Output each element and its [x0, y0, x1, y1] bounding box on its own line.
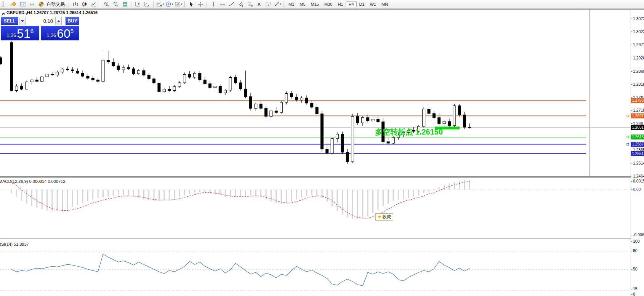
vertical-line-icon[interactable] — [209, 0, 218, 8]
trendline-icon[interactable] — [227, 0, 236, 8]
timeframe-button-m5[interactable]: M5 — [297, 1, 308, 7]
text-label-icon[interactable]: T — [264, 0, 273, 8]
macd-indicator-label: MACD(12,26,9) 0.000814 0.000712 — [0, 179, 65, 184]
candle-body — [26, 82, 28, 89]
tile-windows-icon[interactable] — [120, 0, 130, 8]
sell-button[interactable]: SELL — [1, 17, 18, 25]
candle-body — [51, 74, 53, 75]
candle-body — [428, 109, 430, 114]
auto-trading-label[interactable]: 自动交易 — [46, 1, 65, 8]
axis-tick-label: 1.2920 — [633, 56, 644, 60]
candle-body — [10, 43, 13, 91]
candle-body — [132, 69, 135, 74]
signal-icon[interactable] — [27, 0, 37, 8]
triangle-up-icon — [57, 20, 60, 22]
trade-panel-prices: 1.26 51 6 1.26 60 5 — [1, 26, 79, 40]
candle-body — [143, 70, 145, 75]
auto-trading-icon[interactable] — [37, 0, 46, 8]
volume-input[interactable] — [26, 17, 55, 25]
candle-body — [219, 86, 221, 93]
macd-pane: 0.001540.00-0.0066MACD(12,26,9) 0.000814… — [0, 179, 644, 237]
candle-body — [376, 119, 379, 122]
chart-shift-icon[interactable] — [133, 0, 143, 8]
timeframe-button-mn[interactable]: MN — [379, 1, 391, 7]
candle-body — [244, 89, 247, 96]
horizontal-line-icon[interactable] — [218, 0, 227, 8]
toolbar-separator — [69, 1, 69, 7]
buy-price-button[interactable]: 1.26 60 5 — [41, 26, 79, 40]
periods-icon[interactable]: ▾ — [165, 0, 174, 8]
cursor-icon[interactable] — [187, 0, 196, 8]
candle-body — [224, 90, 227, 93]
candle-body — [0, 58, 2, 64]
candle-body — [270, 111, 272, 116]
line-endpoint-marker[interactable] — [627, 143, 629, 145]
candle-body — [316, 107, 318, 114]
one-click-trading-panel: SELL BUY 1.26 51 6 1.26 60 5 — [1, 17, 79, 40]
timeframe-button-w1[interactable]: W1 — [367, 1, 379, 7]
arrows-icon[interactable]: ▾ — [273, 0, 282, 8]
dropdown-caret-icon[interactable]: ▾ — [172, 3, 173, 6]
triangle-down-icon — [21, 20, 24, 22]
candle-body — [56, 72, 59, 75]
candle-body — [173, 86, 176, 90]
volume-decrease-button[interactable] — [19, 17, 26, 25]
candle-chart-icon[interactable] — [80, 0, 89, 8]
dropdown-caret-icon[interactable]: ▾ — [181, 3, 183, 6]
candle-body — [168, 89, 171, 90]
chart-frame — [0, 10, 644, 296]
line-endpoint-marker[interactable] — [627, 136, 629, 138]
favorite-tooltip[interactable]: ★ 收藏 — [375, 213, 393, 221]
timeframe-button-m1[interactable]: M1 — [286, 1, 297, 7]
candle-body — [351, 116, 354, 162]
timeframe-button-d1[interactable]: D1 — [357, 1, 367, 7]
dropdown-caret-icon[interactable]: ▾ — [280, 3, 282, 6]
crosshair-icon[interactable] — [196, 0, 205, 8]
equidistant-channel-icon[interactable]: E — [236, 0, 245, 8]
indicators-icon[interactable]: ▾ — [155, 0, 165, 8]
auto-scroll-icon[interactable] — [143, 0, 152, 8]
svg-text:F: F — [252, 5, 253, 7]
macd-axis-label: 0.00154 — [633, 179, 644, 183]
text-icon[interactable]: A — [255, 0, 264, 8]
candle-body — [249, 97, 252, 109]
bar-chart-icon[interactable] — [71, 0, 80, 8]
rsi-axis-label: 80 — [633, 248, 638, 253]
sell-price-small: 1.26 — [6, 32, 16, 38]
charts-profile-icon[interactable] — [18, 0, 27, 8]
volume-stepper — [19, 17, 64, 25]
candle-body — [438, 118, 441, 124]
zoom-in-icon[interactable] — [102, 0, 111, 8]
fibonacci-icon[interactable]: F — [245, 0, 255, 8]
buy-button[interactable]: BUY — [66, 17, 79, 25]
chart-canvas[interactable]: 1.30721.30221.29711.29201.28691.28181.27… — [0, 0, 644, 296]
price-label-text: 1.2756 — [632, 98, 644, 102]
sell-price-sup: 6 — [30, 28, 34, 34]
candle-body — [275, 111, 277, 112]
axis-tick-label: 1.2718 — [633, 108, 644, 112]
timeframe-button-m15[interactable]: M15 — [308, 1, 322, 7]
axis-tick-label: 1.3022 — [633, 29, 644, 34]
timeframe-button-h1[interactable]: H1 — [335, 1, 346, 7]
annotation-text: 多空转折点 1.26150 — [375, 128, 443, 136]
line-chart-icon[interactable] — [89, 0, 98, 8]
candle-body — [158, 83, 160, 92]
clipped-edge-icon[interactable] — [0, 0, 9, 8]
candle-body — [326, 149, 328, 153]
candle-body — [331, 139, 333, 153]
volume-increase-button[interactable] — [55, 17, 62, 25]
candle-body — [46, 74, 48, 77]
rsi-line — [11, 254, 469, 286]
chart-title: GBPUSD-,H4 1.26707 1.26725 1.26514 1.265… — [6, 10, 98, 15]
axis-tick-label: 1.2464 — [633, 174, 644, 178]
timeframe-button-m30[interactable]: M30 — [322, 1, 335, 7]
new-order-icon[interactable] — [9, 0, 18, 8]
candle-body — [112, 62, 115, 66]
zoom-out-icon[interactable] — [111, 0, 120, 8]
timeframe-button-h4[interactable]: H4 — [346, 1, 356, 7]
dropdown-caret-icon[interactable]: ▾ — [163, 3, 164, 6]
templates-icon[interactable]: ▾ — [174, 0, 183, 8]
line-endpoint-marker[interactable] — [627, 115, 629, 117]
toolbar-separator — [153, 1, 154, 7]
sell-price-button[interactable]: 1.26 51 6 — [1, 26, 39, 40]
